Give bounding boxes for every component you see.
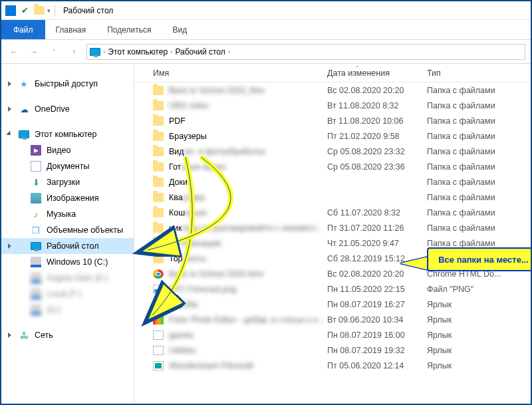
sidebar-item-doc[interactable]: Документы [1, 158, 134, 174]
file-type: Папка с файлами [427, 116, 531, 126]
folder-icon [153, 162, 164, 172]
png-icon [153, 285, 164, 294]
file-name: Utilities [169, 346, 196, 355]
file-name: PDF [169, 116, 186, 126]
nav-recent-dropdown[interactable]: ˅ [47, 45, 61, 59]
folder-icon [153, 86, 164, 95]
sidebar-quick-access[interactable]: ★ Быстрый доступ [1, 76, 134, 92]
sidebar-item-music[interactable]: ♪Музыка [1, 206, 134, 222]
fz-icon: Fz [153, 300, 164, 309]
nav-back-button[interactable]: ← [7, 45, 21, 59]
file-type: Папка с файлами [427, 101, 531, 110]
ribbon-tab-share[interactable]: Поделиться [96, 20, 162, 39]
folder-icon [153, 116, 164, 126]
file-row[interactable]: OBS videoВт 11.08.2020 8:32Папка с файла… [134, 98, 531, 113]
file-row[interactable]: КошелькиСб 11.07.2020 8:32Папка с файлам… [134, 205, 531, 220]
file-name: OBS video [169, 101, 209, 110]
file-type: Ярлык [427, 315, 531, 325]
address-bar[interactable]: › Этот компьютер › Рабочий стол › [86, 44, 525, 60]
file-row[interactable]: PDFВт 11.08.2020 10:06Папка с файлами [134, 113, 531, 128]
file-type: Папка с файлами [427, 193, 531, 202]
file-row[interactable]: Готовые видеоСр 05.08.2020 23:36Папка с … [134, 159, 531, 174]
column-header-name[interactable]: Имя [134, 68, 327, 78]
sidebar-item-cube[interactable]: ❒Объемные объекты [1, 222, 134, 238]
chevron-right-icon[interactable]: › [228, 48, 230, 55]
file-name: Оптимизация [169, 239, 221, 248]
address-row: ← → ˅ ↑ › Этот компьютер › Рабочий стол … [1, 40, 531, 64]
file-name: FileZilla [169, 300, 198, 309]
sidebar-item-label: Angela Dark (E:) [47, 273, 108, 283]
file-date: Пт 31.07.2020 11:26 [327, 223, 427, 233]
sidebar-this-pc[interactable]: Этот компьютер [1, 126, 134, 142]
file-type: Папка с файлами [427, 223, 531, 233]
file-name: Готовые видео [169, 162, 226, 172]
sidebar-item-disk[interactable]: Windows 10 (C:) [1, 254, 134, 270]
app-icon [5, 5, 16, 16]
folder-icon [153, 223, 164, 233]
file-type: Папка с файлами [427, 239, 531, 248]
file-name: Wondershare Filmora9 [169, 361, 253, 370]
file-date: Вс 02.08.2020 20:20 [327, 86, 427, 95]
sidebar-item-label: OneDrive [35, 104, 70, 114]
column-header-date[interactable]: Дата изменения [327, 68, 427, 78]
music-icon: ♪ [31, 209, 41, 219]
ribbon-tabs: Файл Главная Поделиться Вид [1, 20, 531, 40]
chevron-right-icon[interactable]: › [170, 48, 172, 55]
file-row[interactable]: BTC Forecast.pngПн 11.05.2020 22:15Файл … [134, 281, 531, 297]
file-list: ⌃ Имя Дата изменения Тип Back to School … [134, 64, 531, 404]
nav-up-button[interactable]: ↑ [66, 45, 81, 59]
file-type: Папка с файлами [427, 86, 531, 95]
file-row[interactable]: БраузерыПт 21.02.2020 9:58Папка с файлам… [134, 128, 531, 144]
sidebar-item-label: Музыка [47, 209, 76, 219]
file-name: games [169, 331, 194, 340]
column-headers: Имя Дата изменения Тип [134, 64, 531, 82]
video-icon: ▶ [31, 145, 41, 156]
folder-icon [153, 239, 164, 248]
file-row[interactable]: UtilitiesПн 08.07.2019 19:32Ярлык [134, 342, 531, 358]
folder-icon [153, 101, 164, 110]
file-row[interactable]: Back to School 2020_filesВс 02.08.2020 2… [134, 82, 531, 98]
file-name: Back to School 2020_files [169, 86, 265, 95]
breadcrumb-this-pc[interactable]: Этот компьютер [108, 47, 168, 57]
file-date: Пт 21.02.2020 9:58 [327, 132, 427, 141]
file-name: Кошельки [169, 208, 207, 217]
sidebar-item-img[interactable]: Изображения [1, 190, 134, 206]
file-date: Пн 11.05.2020 22:15 [327, 285, 427, 294]
sidebar-item-label: Видео [47, 146, 71, 155]
file-row[interactable]: ДокиПапка с файлами [134, 174, 531, 190]
file-row[interactable]: Wondershare Filmora9Пт 05.06.2020 12:14Я… [134, 358, 531, 373]
file-row[interactable]: Fotor Photo Editor - добав. в статью о к… [134, 312, 531, 327]
callout-tail [400, 257, 428, 270]
sidebar-item-dl[interactable]: ⬇Загрузки [1, 174, 134, 190]
column-header-type[interactable]: Тип [427, 68, 531, 78]
sidebar-item-label: Объемные объекты [47, 225, 123, 235]
chevron-right-icon[interactable]: › [103, 48, 105, 55]
ribbon-tab-view[interactable]: Вид [162, 20, 198, 39]
gen-icon [153, 346, 164, 355]
file-row[interactable]: никогда не разговаривайте с неизвест...П… [134, 220, 531, 235]
breadcrumb-desktop[interactable]: Рабочий стол [175, 47, 225, 57]
sidebar-item-blurred[interactable]: (G:) [1, 302, 134, 318]
file-row[interactable]: gamesПн 08.07.2019 16:00Ярлык [134, 327, 531, 342]
sort-ascending-icon: ⌃ [355, 65, 360, 71]
sidebar-item-monitor[interactable]: Рабочий стол [1, 238, 134, 254]
qat-dropdown-icon[interactable]: ▾ [47, 7, 51, 14]
sidebar-network[interactable]: 🖧 Сеть [1, 327, 134, 343]
sidebar-item-video[interactable]: ▶Видео [1, 142, 134, 158]
nav-forward-button[interactable]: → [27, 45, 41, 59]
folder-icon [153, 132, 164, 141]
file-date: Вт 09.06.2020 10:34 [327, 315, 427, 325]
file-date: Пн 08.07.2019 19:32 [327, 346, 427, 355]
file-name: BTC Forecast.png [169, 285, 236, 294]
ribbon-file-tab[interactable]: Файл [1, 20, 45, 39]
sidebar-item-blurred[interactable]: Angela Dark (E:) [1, 270, 134, 286]
file-row[interactable]: Видео- и фотообработкаСр 05.08.2020 23:3… [134, 144, 531, 159]
file-row[interactable]: FzFileZillaПн 08.07.2019 16:27Ярлык [134, 297, 531, 312]
file-row[interactable]: КвартираПапка с файлами [134, 190, 531, 205]
sidebar-item-blurred[interactable]: Local (F:) [1, 286, 134, 302]
sidebar-onedrive[interactable]: ☁ OneDrive [1, 101, 134, 117]
qat-check-icon[interactable]: ✔ [21, 5, 29, 15]
ribbon-tab-home[interactable]: Главная [45, 20, 97, 39]
multi-icon [153, 315, 164, 325]
sidebar-item-label: Сеть [35, 331, 53, 340]
